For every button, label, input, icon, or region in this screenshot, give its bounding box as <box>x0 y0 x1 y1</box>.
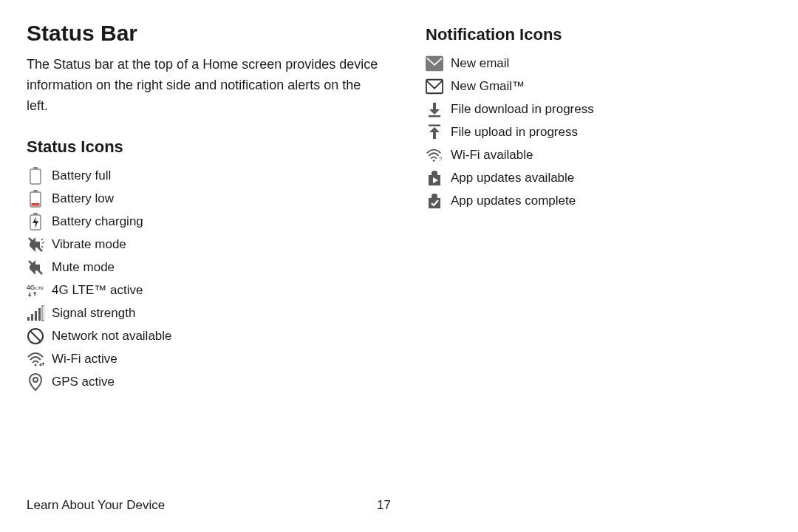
gmail-icon <box>426 78 443 95</box>
svg-rect-1 <box>30 169 41 184</box>
icon-row: File upload in progress <box>426 123 743 141</box>
icon-label: File download in progress <box>451 102 594 117</box>
icon-row: GPS active <box>27 373 396 391</box>
page-title: Status Bar <box>27 21 396 46</box>
page-number: 17 <box>377 498 391 513</box>
notification-icons-heading: Notification Icons <box>426 25 743 44</box>
icon-label: File upload in progress <box>451 125 578 140</box>
icon-label: Vibrate mode <box>52 237 126 252</box>
icon-label: App updates available <box>451 171 574 185</box>
notification-icons-list: New emailNew Gmail™File download in prog… <box>426 55 743 210</box>
right-column: Notification Icons New emailNew Gmail™Fi… <box>426 21 743 396</box>
document-page: Status Bar The Status bar at the top of … <box>0 0 798 532</box>
icon-label: Wi-Fi available <box>451 148 533 163</box>
svg-point-23 <box>33 378 38 382</box>
icon-row: App updates complete <box>426 192 743 210</box>
svg-rect-24 <box>426 56 443 71</box>
svg-point-30 <box>433 160 435 162</box>
icon-label: New Gmail™ <box>451 79 525 94</box>
status-icons-heading: Status Icons <box>27 137 396 157</box>
icon-row: Battery charging <box>27 213 396 231</box>
icon-label: Network not available <box>52 329 172 344</box>
icon-label: Mute mode <box>52 260 115 275</box>
svg-line-9 <box>41 239 43 240</box>
icon-label: Battery full <box>52 168 111 183</box>
svg-point-22 <box>35 364 37 366</box>
icon-row: Wi-Fi active <box>27 350 396 368</box>
download-icon <box>426 100 443 118</box>
icon-label: 4G LTE™ active <box>52 283 143 298</box>
gps-icon <box>27 373 44 391</box>
icon-label: Battery low <box>52 191 114 206</box>
intro-paragraph: The Status bar at the top of a Home scre… <box>27 55 381 117</box>
svg-rect-19 <box>42 305 44 321</box>
status-icons-list: Battery fullBattery lowBattery chargingV… <box>27 167 396 391</box>
icon-row: Vibrate mode <box>27 236 396 253</box>
svg-rect-15 <box>27 317 30 321</box>
icon-row: New email <box>426 55 743 72</box>
icon-row: Battery full <box>27 167 396 185</box>
icon-row: New Gmail™ <box>426 78 743 95</box>
svg-text:?: ? <box>439 155 443 163</box>
4g-lte-icon: 4GLTE <box>27 282 44 299</box>
svg-rect-29 <box>429 125 440 127</box>
mute-icon <box>27 259 44 276</box>
icon-label: Wi-Fi active <box>52 352 117 366</box>
icon-label: App updates complete <box>451 194 576 208</box>
icon-label: Battery charging <box>52 214 143 229</box>
icon-row: Mute mode <box>27 259 396 276</box>
icon-label: GPS active <box>52 375 115 389</box>
icon-row: Network not available <box>27 327 396 345</box>
icon-row: Signal strength <box>27 304 396 322</box>
svg-line-21 <box>30 331 41 341</box>
icon-row: 4GLTE4G LTE™ active <box>27 282 396 299</box>
svg-rect-27 <box>429 115 440 117</box>
email-icon <box>426 55 443 72</box>
svg-text:LTE: LTE <box>35 286 44 290</box>
svg-rect-16 <box>31 314 33 321</box>
app-updates-icon <box>426 169 443 187</box>
icon-row: Battery low <box>27 190 396 208</box>
svg-rect-18 <box>38 308 41 321</box>
no-network-icon <box>27 327 44 345</box>
left-column: Status Bar The Status bar at the top of … <box>27 21 396 396</box>
battery-low-icon <box>27 190 44 208</box>
svg-line-11 <box>41 246 43 248</box>
svg-marker-28 <box>429 127 440 132</box>
svg-marker-26 <box>429 109 440 115</box>
icon-label: Signal strength <box>52 306 135 321</box>
wifi-available-icon: ? <box>426 146 443 164</box>
upload-icon <box>426 123 443 141</box>
icon-row: File download in progress <box>426 100 743 118</box>
signal-icon <box>27 304 44 322</box>
footer-text: Learn About Your Device <box>27 498 165 513</box>
icon-row: App updates available <box>426 169 743 187</box>
updates-complete-icon <box>426 192 443 210</box>
vibrate-icon <box>27 236 44 253</box>
svg-rect-4 <box>32 203 40 206</box>
svg-line-10 <box>42 242 44 243</box>
svg-rect-25 <box>426 80 443 93</box>
icon-label: New email <box>451 56 509 71</box>
wifi-active-icon <box>27 350 44 368</box>
svg-marker-7 <box>33 216 38 228</box>
svg-text:4G: 4G <box>27 284 35 291</box>
battery-charging-icon <box>27 213 44 231</box>
svg-rect-17 <box>35 311 37 321</box>
icon-row: ?Wi-Fi available <box>426 146 743 164</box>
battery-full-icon <box>27 167 44 185</box>
